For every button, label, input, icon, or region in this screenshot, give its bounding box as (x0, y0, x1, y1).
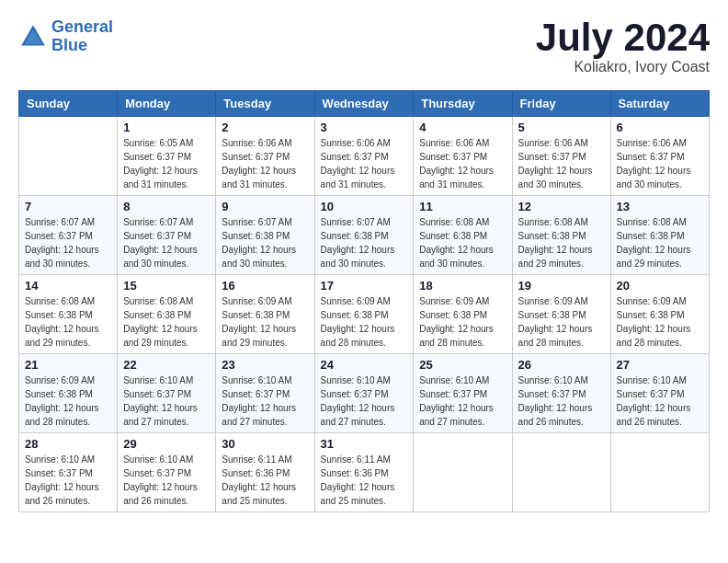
calendar-cell: 9Sunrise: 6:07 AM Sunset: 6:38 PM Daylig… (216, 196, 314, 275)
calendar-table: SundayMondayTuesdayWednesdayThursdayFrid… (18, 90, 710, 512)
calendar-week-row: 14Sunrise: 6:08 AM Sunset: 6:38 PM Dayli… (19, 275, 710, 354)
calendar-cell: 6Sunrise: 6:06 AM Sunset: 6:37 PM Daylig… (610, 117, 709, 196)
calendar-cell: 10Sunrise: 6:07 AM Sunset: 6:38 PM Dayli… (314, 196, 414, 275)
calendar-cell (610, 433, 709, 512)
day-info: Sunrise: 6:07 AM Sunset: 6:38 PM Dayligh… (222, 215, 308, 270)
day-info: Sunrise: 6:08 AM Sunset: 6:38 PM Dayligh… (123, 294, 210, 350)
day-number: 14 (25, 279, 111, 293)
calendar-header-row: SundayMondayTuesdayWednesdayThursdayFrid… (19, 91, 710, 117)
day-number: 12 (518, 200, 605, 213)
day-info: Sunrise: 6:10 AM Sunset: 6:37 PM Dayligh… (25, 453, 111, 508)
month-title: July 2024 (536, 18, 710, 57)
day-info: Sunrise: 6:09 AM Sunset: 6:38 PM Dayligh… (419, 294, 506, 350)
day-info: Sunrise: 6:10 AM Sunset: 6:37 PM Dayligh… (123, 373, 210, 429)
calendar-week-row: 21Sunrise: 6:09 AM Sunset: 6:38 PM Dayli… (19, 354, 710, 433)
day-number: 10 (321, 200, 408, 213)
day-number: 24 (321, 358, 408, 372)
calendar-cell: 3Sunrise: 6:06 AM Sunset: 6:37 PM Daylig… (314, 117, 414, 196)
calendar-cell: 30Sunrise: 6:11 AM Sunset: 6:36 PM Dayli… (216, 433, 314, 512)
calendar-cell: 12Sunrise: 6:08 AM Sunset: 6:38 PM Dayli… (512, 196, 610, 275)
day-number: 26 (518, 358, 605, 372)
day-number: 21 (25, 358, 111, 372)
calendar-cell: 31Sunrise: 6:11 AM Sunset: 6:36 PM Dayli… (314, 433, 414, 512)
calendar-cell: 13Sunrise: 6:08 AM Sunset: 6:38 PM Dayli… (610, 196, 709, 275)
day-number: 22 (123, 358, 210, 372)
day-info: Sunrise: 6:10 AM Sunset: 6:37 PM Dayligh… (617, 373, 703, 429)
day-number: 18 (419, 279, 506, 293)
day-number: 13 (617, 200, 703, 213)
day-number: 20 (617, 279, 703, 293)
logo: General Blue (18, 18, 113, 55)
calendar-cell: 8Sunrise: 6:07 AM Sunset: 6:37 PM Daylig… (118, 196, 216, 275)
day-number: 19 (518, 279, 605, 293)
calendar-cell (414, 433, 512, 512)
day-number: 7 (25, 200, 111, 213)
day-info: Sunrise: 6:05 AM Sunset: 6:37 PM Dayligh… (123, 136, 210, 191)
day-info: Sunrise: 6:09 AM Sunset: 6:38 PM Dayligh… (321, 294, 408, 350)
logo-icon (18, 22, 48, 52)
day-number: 1 (123, 121, 210, 134)
weekday-header: Friday (512, 91, 610, 117)
day-info: Sunrise: 6:10 AM Sunset: 6:37 PM Dayligh… (518, 373, 605, 429)
day-number: 30 (222, 437, 308, 451)
day-info: Sunrise: 6:07 AM Sunset: 6:38 PM Dayligh… (321, 215, 408, 270)
day-number: 8 (123, 200, 210, 213)
calendar-cell: 22Sunrise: 6:10 AM Sunset: 6:37 PM Dayli… (118, 354, 216, 433)
day-info: Sunrise: 6:10 AM Sunset: 6:37 PM Dayligh… (321, 373, 408, 429)
weekday-header: Wednesday (314, 91, 414, 117)
calendar-cell: 14Sunrise: 6:08 AM Sunset: 6:38 PM Dayli… (19, 275, 118, 354)
day-info: Sunrise: 6:06 AM Sunset: 6:37 PM Dayligh… (617, 136, 703, 191)
logo-line2: Blue (51, 36, 87, 54)
weekday-header: Tuesday (216, 91, 314, 117)
day-number: 25 (419, 358, 506, 372)
calendar-cell (19, 117, 118, 196)
weekday-header: Saturday (610, 91, 709, 117)
calendar-cell: 18Sunrise: 6:09 AM Sunset: 6:38 PM Dayli… (414, 275, 512, 354)
calendar-cell: 15Sunrise: 6:08 AM Sunset: 6:38 PM Dayli… (118, 275, 216, 354)
day-info: Sunrise: 6:08 AM Sunset: 6:38 PM Dayligh… (617, 215, 703, 270)
calendar-cell: 7Sunrise: 6:07 AM Sunset: 6:37 PM Daylig… (19, 196, 118, 275)
day-info: Sunrise: 6:07 AM Sunset: 6:37 PM Dayligh… (25, 215, 111, 270)
calendar-cell: 19Sunrise: 6:09 AM Sunset: 6:38 PM Dayli… (512, 275, 610, 354)
day-number: 6 (617, 121, 703, 134)
calendar-cell: 20Sunrise: 6:09 AM Sunset: 6:38 PM Dayli… (610, 275, 709, 354)
title-block: July 2024 Koliakro, Ivory Coast (536, 18, 710, 75)
day-info: Sunrise: 6:07 AM Sunset: 6:37 PM Dayligh… (123, 215, 210, 270)
logo-line1: General (51, 17, 113, 36)
day-number: 28 (25, 437, 111, 451)
day-info: Sunrise: 6:06 AM Sunset: 6:37 PM Dayligh… (321, 136, 408, 191)
calendar-cell: 17Sunrise: 6:09 AM Sunset: 6:38 PM Dayli… (314, 275, 414, 354)
calendar-cell (512, 433, 610, 512)
day-info: Sunrise: 6:08 AM Sunset: 6:38 PM Dayligh… (419, 215, 506, 270)
calendar-week-row: 7Sunrise: 6:07 AM Sunset: 6:37 PM Daylig… (19, 196, 710, 275)
day-info: Sunrise: 6:10 AM Sunset: 6:37 PM Dayligh… (222, 373, 308, 429)
weekday-header: Sunday (19, 91, 118, 117)
day-info: Sunrise: 6:09 AM Sunset: 6:38 PM Dayligh… (518, 294, 605, 350)
day-info: Sunrise: 6:10 AM Sunset: 6:37 PM Dayligh… (419, 373, 506, 429)
calendar-cell: 28Sunrise: 6:10 AM Sunset: 6:37 PM Dayli… (19, 433, 118, 512)
day-number: 2 (222, 121, 308, 134)
logo-text: General Blue (51, 18, 113, 55)
calendar-cell: 26Sunrise: 6:10 AM Sunset: 6:37 PM Dayli… (512, 354, 610, 433)
day-number: 4 (419, 121, 506, 134)
calendar-cell: 24Sunrise: 6:10 AM Sunset: 6:37 PM Dayli… (314, 354, 414, 433)
calendar-cell: 27Sunrise: 6:10 AM Sunset: 6:37 PM Dayli… (610, 354, 709, 433)
day-info: Sunrise: 6:11 AM Sunset: 6:36 PM Dayligh… (222, 453, 308, 508)
day-info: Sunrise: 6:11 AM Sunset: 6:36 PM Dayligh… (321, 453, 408, 508)
day-number: 15 (123, 279, 210, 293)
day-number: 23 (222, 358, 308, 372)
day-info: Sunrise: 6:06 AM Sunset: 6:37 PM Dayligh… (518, 136, 605, 191)
calendar-cell: 2Sunrise: 6:06 AM Sunset: 6:37 PM Daylig… (216, 117, 314, 196)
day-number: 16 (222, 279, 308, 293)
day-info: Sunrise: 6:08 AM Sunset: 6:38 PM Dayligh… (25, 294, 111, 350)
weekday-header: Monday (118, 91, 216, 117)
day-info: Sunrise: 6:08 AM Sunset: 6:38 PM Dayligh… (518, 215, 605, 270)
calendar-cell: 4Sunrise: 6:06 AM Sunset: 6:37 PM Daylig… (414, 117, 512, 196)
calendar-cell: 29Sunrise: 6:10 AM Sunset: 6:37 PM Dayli… (118, 433, 216, 512)
day-info: Sunrise: 6:09 AM Sunset: 6:38 PM Dayligh… (25, 373, 111, 429)
calendar-cell: 5Sunrise: 6:06 AM Sunset: 6:37 PM Daylig… (512, 117, 610, 196)
day-number: 9 (222, 200, 308, 213)
day-number: 29 (123, 437, 210, 451)
day-number: 11 (419, 200, 506, 213)
calendar-cell: 1Sunrise: 6:05 AM Sunset: 6:37 PM Daylig… (118, 117, 216, 196)
